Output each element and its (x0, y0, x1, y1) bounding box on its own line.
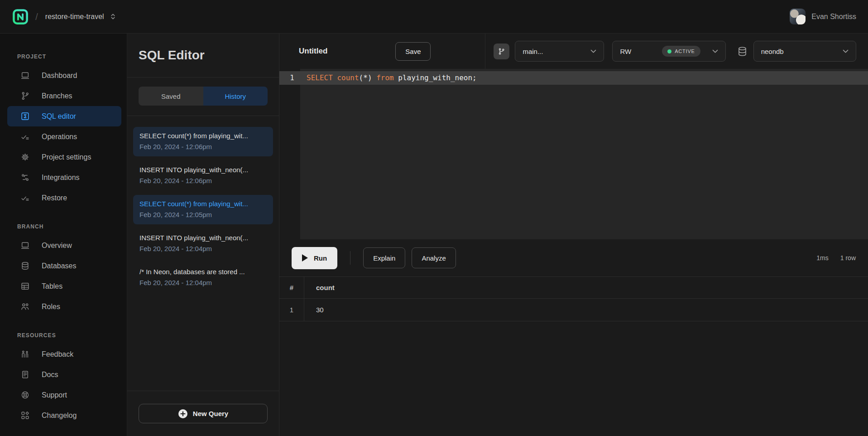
sidebar-item-label: Roles (42, 303, 60, 311)
changelog-icon (20, 411, 30, 421)
sidebar-item-changelog[interactable]: Changelog (7, 405, 121, 426)
tab-saved[interactable]: Saved (139, 87, 203, 106)
history-item[interactable]: /* In Neon, databases are stored ... Feb… (133, 263, 273, 292)
operations-icon (20, 132, 30, 142)
results-header-row: # count (279, 276, 868, 299)
query-panel: SQL Editor Saved History SELECT count(*)… (127, 34, 279, 436)
history-query-text: INSERT INTO playing_with_neon(... (139, 166, 267, 174)
compute-status-label: ACTIVE (675, 48, 695, 54)
tab-history[interactable]: History (203, 87, 268, 106)
table-row[interactable]: 1 30 (279, 299, 868, 321)
database-select-value: neondb (761, 48, 784, 55)
history-item[interactable]: SELECT count(*) from playing_wit... Feb … (133, 195, 273, 224)
sidebar-item-tables[interactable]: Tables (7, 276, 121, 296)
page-title: SQL Editor (139, 48, 205, 63)
editor-toolbar: Untitled Save main... RW ACTIVE (279, 34, 868, 69)
history-query-text: /* In Neon, databases are stored ... (139, 268, 267, 276)
chevron-down-icon (712, 49, 718, 53)
sidebar-item-label: Branches (42, 92, 72, 100)
toolbar-divider (485, 34, 485, 69)
code-editor[interactable]: 1 SELECT count(*) from playing_with_neon… (279, 69, 868, 239)
history-list: SELECT count(*) from playing_wit... Feb … (127, 116, 279, 391)
query-title: Untitled (299, 47, 327, 56)
sidebar-item-roles[interactable]: Roles (7, 296, 121, 317)
line-number: 1 (279, 71, 300, 85)
restore-icon (20, 193, 30, 203)
user-avatar[interactable] (790, 9, 806, 24)
query-panel-header: SQL Editor (127, 34, 279, 78)
table-icon (20, 281, 30, 291)
row-index-cell: 1 (279, 299, 304, 321)
updown-chevron-icon (110, 13, 116, 20)
code-text: SELECT count(*) from playing_with_neon; (300, 71, 868, 85)
row-value-cell: 30 (304, 299, 324, 321)
compute-status-badge: ACTIVE (662, 46, 700, 57)
compute-select-value: RW (620, 48, 631, 55)
explain-button[interactable]: Explain (363, 247, 405, 268)
history-item[interactable]: SELECT count(*) from playing_wit... Feb … (133, 127, 273, 156)
breadcrumb-separator: / (35, 11, 38, 22)
editor-area: Untitled Save main... RW ACTIVE (279, 34, 868, 436)
topbar: / restore-time-travel Evan Shortiss (0, 0, 868, 34)
active-status-dot (667, 49, 671, 53)
database-select[interactable]: neondb (753, 41, 856, 62)
sidebar-item-dashboard[interactable]: Dashboard (7, 65, 121, 86)
neon-logo-icon[interactable] (12, 8, 29, 25)
section-label: RESOURCES (7, 332, 121, 339)
roles-icon (20, 302, 30, 312)
history-timestamp: Feb 20, 2024 - 12:05pm (139, 211, 267, 218)
results-header-index: # (279, 277, 304, 298)
history-query-text: SELECT count(*) from playing_wit... (139, 200, 267, 208)
feedback-icon (20, 349, 30, 359)
sidebar-item-branches[interactable]: Branches (7, 86, 121, 106)
results-empty-area (279, 321, 868, 436)
gear-icon (20, 152, 30, 162)
history-item[interactable]: INSERT INTO playing_with_neon(... Feb 20… (133, 161, 273, 190)
sidebar-item-project-settings[interactable]: Project settings (7, 147, 121, 167)
sidebar-item-sql-editor[interactable]: SQL editor (7, 106, 121, 126)
sidebar-item-label: Dashboard (42, 72, 77, 80)
history-timestamp: Feb 20, 2024 - 12:04pm (139, 245, 267, 252)
branch-select-value: main... (523, 48, 543, 55)
query-panel-footer: New Query (127, 391, 279, 436)
sidebar-item-feedback[interactable]: Feedback (7, 344, 121, 364)
sidebar-item-support[interactable]: Support (7, 385, 121, 405)
sidebar-item-operations[interactable]: Operations (7, 126, 121, 147)
integrations-icon (20, 173, 30, 183)
sidebar-item-databases[interactable]: Databases (7, 256, 121, 276)
play-icon (302, 254, 308, 262)
sidebar-item-restore[interactable]: Restore (7, 188, 121, 208)
user-name: Evan Shortiss (811, 13, 856, 21)
history-query-text: SELECT count(*) from playing_wit... (139, 132, 267, 140)
sidebar-item-label: Project settings (42, 153, 91, 161)
support-icon (20, 390, 30, 400)
results-header-count: count (304, 277, 335, 298)
new-query-button[interactable]: New Query (139, 404, 268, 423)
sidebar-item-label: Tables (42, 282, 62, 291)
sidebar-item-label: Integrations (42, 174, 80, 182)
section-label: BRANCH (7, 223, 121, 230)
history-query-text: INSERT INTO playing_with_neon(... (139, 234, 267, 242)
compute-select[interactable]: RW ACTIVE (612, 41, 725, 62)
sidebar-item-label: Restore (42, 194, 67, 202)
editor-empty-area[interactable] (279, 85, 868, 239)
sidebar-item-overview[interactable]: Overview (7, 235, 121, 256)
save-button[interactable]: Save (395, 42, 431, 61)
history-item[interactable]: INSERT INTO playing_with_neon(... Feb 20… (133, 229, 273, 258)
results-table: # count 1 30 (279, 276, 868, 321)
query-stats: 1ms 1 row (816, 254, 856, 262)
sidebar-item-label: Operations (42, 133, 77, 141)
sidebar-item-label: Feedback (42, 350, 73, 358)
sidebar-item-integrations[interactable]: Integrations (7, 167, 121, 188)
code-line-1[interactable]: 1 SELECT count(*) from playing_with_neon… (279, 71, 868, 85)
database-icon (737, 46, 748, 57)
analyze-button[interactable]: Analyze (412, 247, 456, 268)
branch-select[interactable]: main... (515, 41, 604, 62)
chevron-down-icon (843, 49, 849, 53)
sidebar-item-docs[interactable]: Docs (7, 364, 121, 385)
run-button[interactable]: Run (292, 247, 337, 269)
sidebar-item-label: Support (42, 391, 67, 399)
run-label: Run (314, 254, 327, 262)
project-switcher[interactable]: restore-time-travel (45, 13, 116, 21)
dashboard-icon (20, 71, 30, 81)
